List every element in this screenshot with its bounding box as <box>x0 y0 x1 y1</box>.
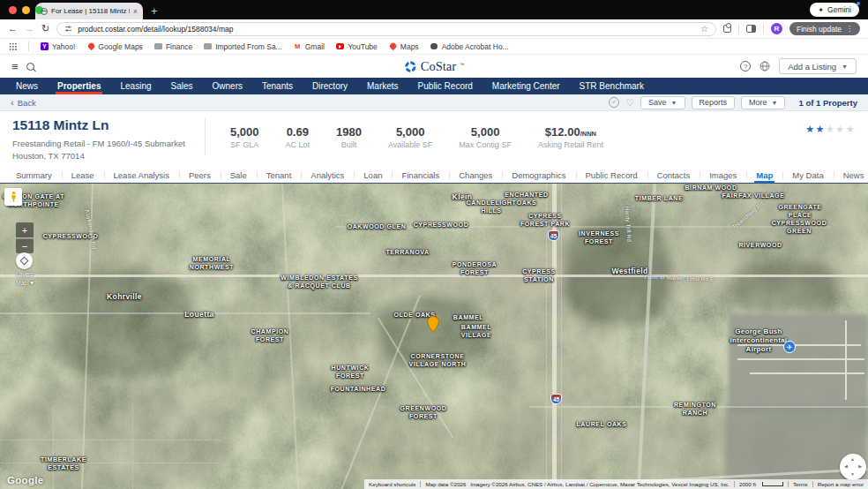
nav-item-news[interactable]: News <box>6 78 48 94</box>
finish-update-button[interactable]: Finish update ⋮ <box>789 22 860 35</box>
search-icon[interactable] <box>26 63 34 71</box>
tab-map[interactable]: Map <box>746 168 782 183</box>
bookmark-youtube[interactable]: YouTube <box>336 42 378 51</box>
gemini-button[interactable]: ✦ Gemini <box>810 3 859 17</box>
satellite-map[interactable]: ✈ + − Layers Map ▼ Google ▲ ▼ ◀ ▶ Keyboa… <box>0 184 868 489</box>
zoom-out-button[interactable]: − <box>16 238 34 253</box>
profile-avatar[interactable]: R <box>771 23 782 34</box>
tab-public-record[interactable]: Public Record <box>576 168 647 183</box>
gemini-label: Gemini <box>827 5 851 14</box>
nav-item-directory[interactable]: Directory <box>303 78 357 94</box>
stat-value: $12.00/NNN <box>538 125 603 139</box>
apps-grid-icon[interactable] <box>9 42 17 50</box>
site-settings-icon[interactable] <box>64 25 72 33</box>
reports-button[interactable]: Reports <box>692 96 736 109</box>
runway <box>750 372 864 374</box>
nav-item-str-benchmark[interactable]: STR Benchmark <box>570 78 654 94</box>
bookmark-adobe-acrobat-ho[interactable]: Adobe Acrobat Ho... <box>430 42 509 51</box>
yahoo-icon <box>41 42 49 50</box>
stat-sf-gla: 5,000SF GLA <box>230 125 259 149</box>
property-pin[interactable] <box>427 316 439 336</box>
tab-changes[interactable]: Changes <box>449 168 502 183</box>
tab-tenant[interactable]: Tenant <box>257 168 302 183</box>
map-style-selector[interactable]: Map ▼ <box>12 280 39 286</box>
globe-icon[interactable] <box>760 61 770 71</box>
tab-news[interactable]: News <box>834 168 868 183</box>
airport-plane-icon: ✈ <box>783 341 796 353</box>
tab-lease[interactable]: Lease <box>62 168 104 183</box>
stat-value: 1980 <box>336 125 362 139</box>
bookmark-google-maps[interactable]: Google Maps <box>86 42 143 51</box>
bookmark-yahoo[interactable]: Yahoo! <box>41 42 75 51</box>
url-text[interactable]: product.costar.com/detail/lookup/1588034… <box>78 25 695 34</box>
close-window-button[interactable] <box>9 6 17 14</box>
keyboard-shortcuts-link[interactable]: Keyboard shortcuts <box>369 481 415 487</box>
report-map-error-link[interactable]: Report a map error <box>818 481 864 487</box>
tab-my-data[interactable]: My Data <box>782 168 833 183</box>
hamburger-menu-icon[interactable]: ≡ <box>11 61 19 72</box>
nav-item-leasing[interactable]: Leasing <box>110 78 161 94</box>
menu-dots-icon[interactable]: ⋮ <box>846 26 853 33</box>
help-icon[interactable]: ? <box>740 61 751 71</box>
tab-images[interactable]: Images <box>700 168 746 183</box>
forward-icon[interactable]: → <box>25 24 34 34</box>
extensions-icon[interactable] <box>723 25 731 33</box>
layers-button[interactable] <box>16 252 33 269</box>
favorite-heart-icon[interactable]: ♡ <box>625 98 634 108</box>
back-link[interactable]: ‹ Back <box>11 98 36 108</box>
pan-right-icon[interactable]: ▶ <box>858 464 862 469</box>
tab-loan[interactable]: Loan <box>354 168 392 183</box>
street-view-pegman[interactable] <box>4 188 22 206</box>
chevron-down-icon: ▼ <box>842 64 848 70</box>
pan-control[interactable]: ▲ ▼ ◀ ▶ <box>840 454 866 480</box>
tab-sale[interactable]: Sale <box>221 168 257 183</box>
reload-icon[interactable]: ↻ <box>41 24 49 34</box>
nav-item-marketing-center[interactable]: Marketing Center <box>483 78 570 94</box>
bookmark-finance[interactable]: Finance <box>154 42 192 51</box>
tab-demographics[interactable]: Demographics <box>502 168 575 183</box>
zoom-in-button[interactable]: + <box>16 222 34 237</box>
bookmark-gmail[interactable]: Gmail <box>294 42 325 51</box>
verify-check-icon[interactable]: ✓ <box>609 97 619 108</box>
nav-item-markets[interactable]: Markets <box>357 78 408 94</box>
window-controls <box>9 6 43 14</box>
address-bar[interactable]: product.costar.com/detail/lookup/1588034… <box>56 22 716 36</box>
nav-item-owners[interactable]: Owners <box>203 78 252 94</box>
tab-peers[interactable]: Peers <box>179 168 221 183</box>
layers-label: Layers <box>11 271 39 277</box>
nav-item-sales[interactable]: Sales <box>161 78 203 94</box>
runway <box>737 344 861 346</box>
new-tab-button[interactable]: + <box>151 5 158 17</box>
add-a-listing-button[interactable]: Add a Listing ▼ <box>779 58 857 74</box>
stat-built: 1980Built <box>336 125 362 149</box>
property-stats: 5,000SF GLA0.69AC Lot1980Built5,000Avail… <box>205 118 603 155</box>
tab-close-icon[interactable]: × <box>133 7 138 16</box>
pan-up-icon[interactable]: ▲ <box>850 457 855 462</box>
tab-analytics[interactable]: Analytics <box>301 168 354 183</box>
browser-tab[interactable]: For Lease | 15118 Mintz Ln × <box>35 3 143 19</box>
bookmark-label: Yahoo! <box>52 42 75 51</box>
stat-label: Max Contig SF <box>459 140 512 149</box>
tab-financials[interactable]: Financials <box>392 168 449 183</box>
nav-item-properties[interactable]: Properties <box>48 78 110 94</box>
pan-left-icon[interactable]: ◀ <box>844 464 848 469</box>
tab-lease-analysis[interactable]: Lease Analysis <box>104 168 179 183</box>
tab-summary[interactable]: Summary <box>6 168 62 183</box>
bookmark-star-icon[interactable]: ☆ <box>700 25 708 34</box>
page-title[interactable]: 15118 Mintz Ln <box>12 117 194 133</box>
nav-item-public-record[interactable]: Public Record <box>408 78 483 94</box>
minimize-window-button[interactable] <box>22 6 30 14</box>
tab-contacts[interactable]: Contacts <box>647 168 700 183</box>
back-icon[interactable]: ← <box>8 24 18 34</box>
pan-down-icon[interactable]: ▼ <box>850 472 855 477</box>
bookmark-imported-from-sa[interactable]: Imported From Sa... <box>204 42 282 51</box>
urban-patch <box>670 184 868 263</box>
bookmark-maps[interactable]: Maps <box>389 42 419 51</box>
costar-logo[interactable]: CoStar ™ <box>404 59 464 74</box>
terms-link[interactable]: Terms <box>793 481 808 487</box>
side-panel-icon[interactable] <box>746 25 756 33</box>
stat-label: Asking Retail Rent <box>538 140 603 149</box>
nav-item-tenants[interactable]: Tenants <box>252 78 303 94</box>
more-button[interactable]: More ▼ <box>741 96 785 109</box>
save-button[interactable]: Save ▼ <box>640 96 685 109</box>
